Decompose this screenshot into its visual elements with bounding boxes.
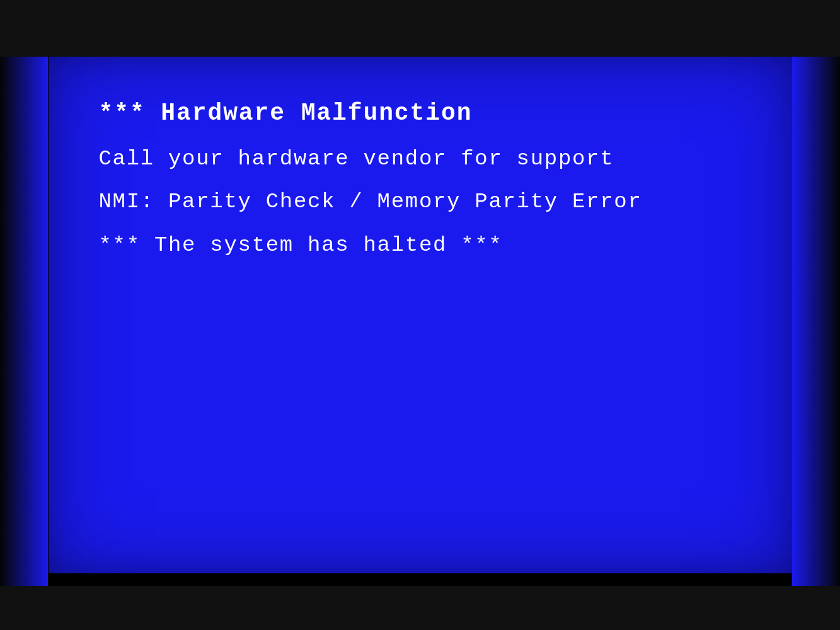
- left-bezel: [0, 0, 48, 630]
- monitor-frame: *** Hardware Malfunction Call your hardw…: [0, 0, 840, 630]
- bsod-screen: *** Hardware Malfunction Call your hardw…: [49, 57, 792, 573]
- right-bezel: [792, 0, 840, 630]
- nmi-parity-error-line: NMI: Parity Check / Memory Parity Error: [99, 185, 742, 219]
- system-halted-line: *** The system has halted ***: [99, 228, 742, 262]
- screen-content: *** Hardware Malfunction Call your hardw…: [99, 94, 742, 271]
- hardware-malfunction-title: *** Hardware Malfunction: [99, 94, 742, 133]
- vendor-support-line: Call your hardware vendor for support: [99, 142, 742, 176]
